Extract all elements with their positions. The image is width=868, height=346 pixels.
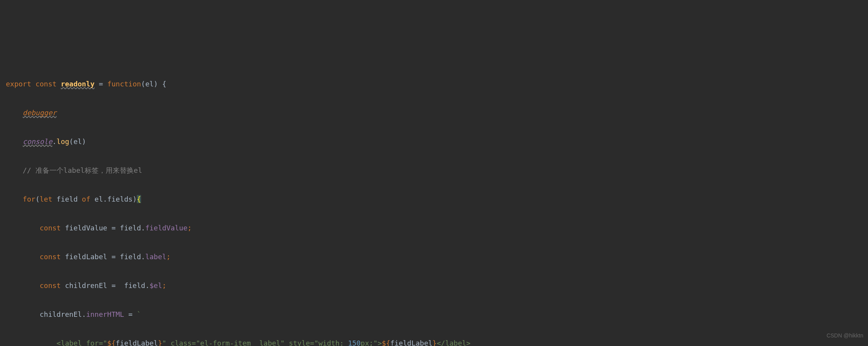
code-editor[interactable]: export const readonly = function(el) { d… — [0, 62, 868, 346]
decl: fieldLabel = field. — [61, 253, 145, 261]
template-backtick: ` — [137, 310, 141, 318]
keyword-const: const — [40, 253, 61, 261]
comment: // 准备一个label标签，用来替换el — [23, 166, 142, 174]
identifier-readonly: readonly — [61, 80, 95, 88]
punct: = — [124, 310, 137, 318]
template-string: px;"> — [361, 339, 382, 346]
template-expr: fieldLabel — [390, 339, 432, 346]
lhs: childrenEl. — [40, 310, 86, 318]
punct: ; — [162, 281, 166, 290]
args: (el) — [69, 137, 86, 146]
punct: . — [52, 137, 57, 146]
template-string: </label> — [437, 339, 470, 346]
keyword-const: const — [40, 224, 61, 232]
code-line[interactable]: for(let field of el.fields){ — [6, 192, 868, 206]
template-interp-close: } — [433, 339, 437, 346]
property: label — [145, 253, 166, 261]
code-line[interactable]: <label for="${fieldLabel}" class="el-for… — [6, 336, 868, 346]
keyword-for: for — [23, 195, 35, 203]
code-line[interactable]: console.log(el) — [6, 134, 868, 149]
code-line[interactable]: const fieldValue = field.fieldValue; — [6, 221, 868, 235]
method-log: log — [57, 137, 69, 146]
punct: ; — [166, 253, 171, 261]
property: innerHTML — [86, 310, 124, 318]
punct: ; — [187, 224, 192, 232]
keyword-function: function — [107, 80, 141, 88]
expr: el.fields) — [90, 195, 137, 203]
identifier: field — [52, 195, 82, 203]
keyword-export: export — [6, 80, 31, 88]
code-line[interactable]: // 准备一个label标签，用来替换el — [6, 163, 868, 177]
punct: ( — [35, 195, 40, 203]
code-line[interactable]: debugger — [6, 105, 868, 120]
template-string: " class="el-form-item__label" style="wid… — [162, 339, 348, 346]
property: fieldValue — [145, 224, 187, 232]
template-expr: fieldLabel — [116, 339, 158, 346]
keyword-const: const — [35, 80, 57, 88]
template-interp-open: ${ — [382, 339, 391, 346]
keyword-const: const — [40, 281, 61, 290]
code-line[interactable]: const fieldLabel = field.label; — [6, 249, 868, 264]
decl: fieldValue = field. — [61, 224, 145, 232]
code-line[interactable]: export const readonly = function(el) { — [6, 77, 868, 91]
keyword-debugger: debugger — [23, 109, 57, 117]
template-string: <label for=" — [23, 339, 107, 346]
code-line[interactable]: const childrenEl = field.$el; — [6, 278, 868, 293]
decl: childrenEl = field. — [61, 281, 150, 290]
template-interp-close: } — [158, 339, 162, 346]
template-interp-open: ${ — [107, 339, 116, 346]
punct: = — [95, 80, 108, 88]
params: (el) { — [141, 80, 166, 88]
watermark: CSDN @hikktn — [827, 328, 863, 343]
brace-open-match: { — [137, 195, 141, 203]
code-line[interactable]: childrenEl.innerHTML = ` — [6, 307, 868, 321]
keyword-of: of — [82, 195, 90, 203]
identifier-console: console — [23, 137, 52, 146]
keyword-let: let — [40, 195, 53, 203]
property: $el — [149, 281, 162, 290]
number: 150 — [348, 339, 361, 346]
